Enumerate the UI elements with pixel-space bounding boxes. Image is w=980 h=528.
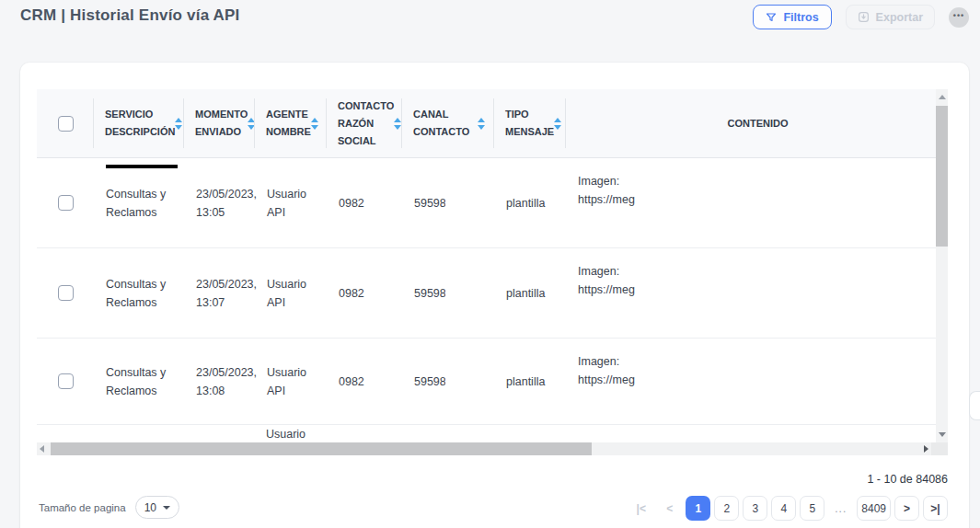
page-size-label: Tamaño de pagina <box>39 502 126 513</box>
header-checkbox-cell <box>37 89 94 157</box>
page-size-value: 10 <box>144 501 156 514</box>
row-checkbox[interactable] <box>58 195 74 211</box>
column-header-agente-nombre[interactable]: AGENTENOMBRE <box>255 89 327 157</box>
prev-page-button[interactable]: < <box>657 496 682 521</box>
page-button-1[interactable]: 1 <box>686 496 710 521</box>
cell-tipo-mensaje: plantilla <box>494 373 566 391</box>
cell-contenido: Imagen: https://meg <box>566 339 948 424</box>
table-card: SERVICIODESCRIPCIÓN MOMENTOENVIADO AGENT… <box>20 63 969 528</box>
page-button-3[interactable]: 3 <box>743 496 767 521</box>
exportar-label: Exportar <box>876 11 923 24</box>
scrollbar-corner <box>931 442 948 455</box>
column-header-tipo-mensaje[interactable]: TIPOMENSAJE <box>494 89 566 157</box>
sort-icon[interactable] <box>175 118 182 130</box>
more-options-button[interactable]: ••• <box>949 7 969 28</box>
row-checkbox[interactable] <box>58 373 74 389</box>
download-icon <box>858 11 870 23</box>
cell-agente: Usuario <box>266 425 306 442</box>
table-row[interactable]: Consultas y Reclamos 23/05/2023, 13:07 U… <box>37 248 948 339</box>
page-size-control: Tamaño de pagina 10 <box>39 496 179 519</box>
next-page-button[interactable]: > <box>894 496 919 521</box>
page-button-5[interactable]: 5 <box>800 496 824 521</box>
scroll-left-arrow-icon[interactable] <box>40 445 44 453</box>
exportar-button[interactable]: Exportar <box>846 5 935 29</box>
last-page-button[interactable]: >| <box>923 496 948 521</box>
cell-momento: 23/05/2023, 13:05 <box>184 185 255 222</box>
select-all-checkbox[interactable] <box>58 116 74 132</box>
topbar-actions: Filtros Exportar ••• <box>753 5 969 29</box>
column-header-momento-enviado[interactable]: MOMENTOENVIADO <box>184 89 255 157</box>
page-size-select[interactable]: 10 <box>135 496 179 519</box>
sort-icon[interactable] <box>478 118 485 130</box>
cell-servicio: Consultas y Reclamos <box>94 275 184 312</box>
column-header-servicio-descripcion[interactable]: SERVICIODESCRIPCIÓN <box>94 89 184 157</box>
filtros-button[interactable]: Filtros <box>753 5 831 29</box>
cell-contenido: Imagen: https://meg <box>566 158 948 247</box>
scroll-down-arrow-icon[interactable] <box>939 432 946 437</box>
cell-servicio: Consultas y Reclamos <box>94 185 184 222</box>
ellipsis-icon: ••• <box>953 11 964 20</box>
cell-canal-contacto: 59598 <box>402 284 494 303</box>
vertical-scrollbar-thumb[interactable] <box>936 106 948 247</box>
cell-momento: 23/05/2023, 13:07 <box>184 275 255 312</box>
pagination-ellipsis: ... <box>828 496 853 521</box>
cell-servicio: Consultas y Reclamos <box>94 363 184 400</box>
column-header-contacto-razon-social[interactable]: CONTACTORAZÓNSOCIAL <box>327 89 402 157</box>
row-checkbox[interactable] <box>58 285 74 301</box>
column-header-canal-contacto[interactable]: CANALCONTACTO <box>402 89 494 157</box>
sort-icon[interactable] <box>554 118 561 130</box>
chevron-down-icon <box>163 506 170 510</box>
page-button-2[interactable]: 2 <box>714 496 739 521</box>
cell-tipo-mensaje: plantilla <box>494 284 566 303</box>
table-header: SERVICIODESCRIPCIÓN MOMENTOENVIADO AGENT… <box>37 89 948 158</box>
cell-razon-social: 0982 <box>327 194 402 212</box>
cell-agente: Usuario API <box>255 363 327 400</box>
scroll-up-arrow-icon[interactable] <box>939 95 946 99</box>
cell-canal-contacto: 59598 <box>402 194 494 212</box>
cell-tipo-mensaje: plantilla <box>494 194 566 212</box>
edge-widget[interactable] <box>969 391 980 420</box>
table-body: Consultas y Reclamos 23/05/2023, 13:05 U… <box>37 158 948 442</box>
cell-contenido: Imagen: https://meg <box>566 248 948 338</box>
first-page-button[interactable]: |< <box>628 496 653 521</box>
page-title: CRM | Historial Envío vía API <box>20 6 240 25</box>
cell-momento: 23/05/2023, 13:08 <box>184 363 255 400</box>
cell-razon-social: 0982 <box>327 373 402 391</box>
cell-agente: Usuario API <box>255 275 327 312</box>
column-resize-indicator <box>106 165 178 168</box>
page-button-last-number[interactable]: 8409 <box>857 496 891 521</box>
sort-icon[interactable] <box>311 118 318 130</box>
page-button-4[interactable]: 4 <box>771 496 796 521</box>
cell-canal-contacto: 59598 <box>402 373 494 391</box>
cell-razon-social: 0982 <box>327 284 402 303</box>
sort-icon[interactable] <box>394 118 401 130</box>
horizontal-scrollbar-thumb[interactable] <box>51 442 592 455</box>
table-row-partial[interactable]: Usuario <box>37 425 948 442</box>
pagination: |< < 1 2 3 4 5 ... 8409 > >| <box>628 496 948 521</box>
scroll-right-arrow-icon[interactable] <box>924 445 928 453</box>
pagination-range-text: 1 - 10 de 84086 <box>867 473 948 486</box>
horizontal-scrollbar[interactable] <box>37 442 931 455</box>
vertical-scrollbar[interactable] <box>936 89 948 442</box>
cell-agente: Usuario API <box>255 185 327 222</box>
filtros-label: Filtros <box>783 11 818 24</box>
filter-funnel-icon <box>766 12 777 23</box>
table-row[interactable]: Consultas y Reclamos 23/05/2023, 13:08 U… <box>37 339 948 425</box>
table-row[interactable]: Consultas y Reclamos 23/05/2023, 13:05 U… <box>37 158 948 248</box>
column-header-contenido: CONTENIDO <box>566 89 948 157</box>
